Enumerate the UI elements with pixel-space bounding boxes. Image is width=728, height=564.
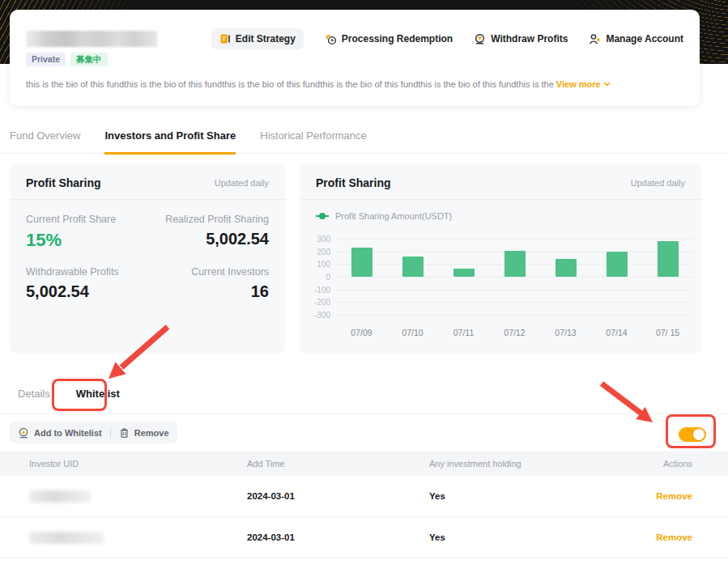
chart-bar [556,259,577,277]
manage-account-button[interactable]: Manage Account [589,33,683,45]
manage-account-label: Manage Account [606,33,683,45]
stat-label: Realized Profit Sharing [147,214,269,225]
tab-historical-performance[interactable]: Historical Performance [260,129,367,155]
fund-name-redacted [26,31,157,47]
stat-current-profit-share: Current Profit Share 15% [26,214,147,251]
tab-fund-overview[interactable]: Fund Overview [10,129,80,155]
tab-details[interactable]: Details [18,388,50,400]
add-to-whitelist-icon [18,427,29,439]
chart-x-label: 07/09 [336,328,388,337]
chart-bar [658,241,679,277]
stat-current-investors: Current Investors 16 [147,266,269,301]
chart-y-tick: -100 [300,286,330,295]
summary-stats-grid: Current Profit Share 15% Realized Profit… [10,200,285,301]
legend-label: Profit Sharing Amount(USDT) [335,211,452,221]
chart-legend: Profit Sharing Amount(USDT) [316,211,701,221]
main-tabs: Fund Overview Investors and Profit Share… [10,129,367,155]
chart-panel-title: Profit Sharing [316,176,391,189]
stat-label: Withdrawable Profits [26,266,147,278]
toggle-knob [693,429,705,440]
section-divider [0,413,728,414]
remove-row-link[interactable]: Remove [656,532,692,542]
chart-bar [453,269,475,277]
chart-x-label: 07/14 [591,328,643,337]
add-to-whitelist-button[interactable]: Add to Whitelist [18,427,102,439]
chart-gridline [336,239,693,240]
chart-gridline [336,277,693,278]
investor-uid-redacted [29,490,91,503]
toolbar-separator [110,428,111,438]
annotation-arrow-toggle [602,384,653,422]
processing-redemption-icon [325,33,337,45]
chart-x-label: 07/11 [438,328,490,337]
col-investment-holding: Any investment holding [429,459,640,469]
profit-chart: 3002001000-100-200-30007/0907/1007/1107/… [300,231,701,354]
edit-strategy-label: Edit Strategy [236,33,296,45]
legend-marker-icon [316,215,329,217]
chart-x-label: 07/12 [489,328,541,337]
add-time-cell: 2024-03-01 [247,532,429,542]
stat-label: Current Investors [147,266,269,278]
tab-investors-profit-share[interactable]: Investors and Profit Share [104,129,236,155]
manage-account-icon [589,33,601,45]
table-header-row: Investor UID Add Time Any investment hol… [0,452,728,476]
chart-gridline [336,315,693,316]
chart-bar [504,251,526,277]
remove-row-link[interactable]: Remove [656,491,692,501]
fund-badges: Private 募集中 [26,53,108,66]
chart-y-tick: 300 [300,235,330,244]
profit-sharing-chart-panel: Profit Sharing Updated daily Profit Shar… [300,164,701,354]
remove-toolbar-label: Remove [134,428,169,438]
chart-y-tick: 100 [300,260,330,269]
chart-bar [607,252,628,277]
fund-bio-text: this is the bio of this fundthis is the … [26,79,554,89]
col-add-time: Add Time [247,459,429,469]
withdraw-profits-icon [474,33,486,45]
summary-updated-label: Updated daily [215,178,269,188]
stat-value: 5,002.54 [147,230,269,248]
stat-value: 15% [26,230,147,251]
trash-icon [119,427,130,439]
chart-x-label: 07/ 15 [642,328,694,337]
table-row: 2024-03-01 Yes Remove [0,476,728,517]
chart-x-label: 07/13 [540,328,592,337]
chart-updated-label: Updated daily [631,178,685,188]
holding-cell: Yes [429,491,640,501]
tab-whitelist[interactable]: Whitelist [76,388,120,400]
chart-panel-header: Profit Sharing Updated daily [300,164,701,200]
chart-y-tick: -300 [300,311,330,320]
chart-y-tick: -200 [300,298,330,307]
holding-cell: Yes [429,532,640,542]
table-row: 2024-03-01 Yes Remove [0,517,728,558]
chart-gridline [336,302,693,303]
whitelist-table: Investor UID Add Time Any investment hol… [0,452,728,558]
chart-y-tick: 200 [300,248,330,257]
processing-redemption-label: Processing Redemption [342,33,453,45]
add-time-cell: 2024-03-01 [247,491,429,501]
chart-bar [351,248,373,277]
edit-strategy-button[interactable]: Edit Strategy [211,28,304,49]
col-actions: Actions [640,459,728,469]
fund-bio: this is the bio of this fundthis is the … [26,79,611,89]
processing-redemption-button[interactable]: Processing Redemption [325,33,453,45]
private-badge: Private [26,53,66,66]
fund-header-card: Private 募集中 this is the bio of this fund… [10,10,700,106]
summary-panel-header: Profit Sharing Updated daily [10,164,285,200]
whitelist-visibility-toggle[interactable] [679,427,706,442]
stat-withdrawable-profits: Withdrawable Profits 5,002.54 [26,266,147,301]
stat-value: 5,002.54 [26,282,147,301]
summary-panel-title: Profit Sharing [26,176,101,189]
stat-value: 16 [147,282,269,301]
view-more-label: View more [556,79,601,89]
col-investor-uid: Investor UID [0,459,247,469]
fund-management-page: { "colors": { "accent_orange": "#f7a600"… [0,0,728,564]
view-more-link[interactable]: View more [556,79,611,89]
withdraw-profits-label: Withdraw Profits [491,33,568,45]
chart-gridline [336,290,693,290]
detail-section-tabs: Details Whitelist [18,388,120,400]
stat-realized-profit-sharing: Realized Profit Sharing 5,002.54 [147,214,269,251]
chevron-down-icon [603,82,611,87]
remove-button[interactable]: Remove [119,427,169,439]
withdraw-profits-button[interactable]: Withdraw Profits [474,33,568,45]
edit-strategy-icon [219,33,231,45]
